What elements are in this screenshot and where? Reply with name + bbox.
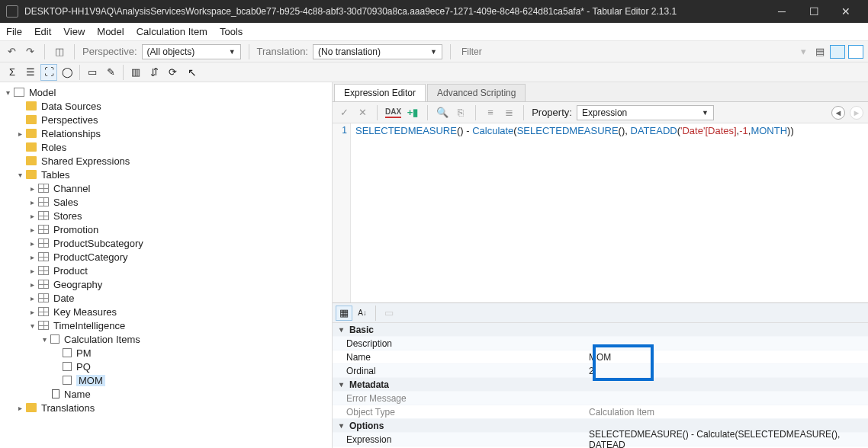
cube-icon[interactable]: ◫ <box>53 45 66 59</box>
tree-sales[interactable]: Sales <box>53 197 79 208</box>
table-icon <box>38 184 49 193</box>
tree-calcitems[interactable]: Calculation Items <box>64 334 140 345</box>
right-pane: Expression Editor Advanced Scripting ✓ ✕… <box>333 82 868 448</box>
property-value: Expression <box>582 107 627 118</box>
outdent-icon[interactable]: ≣ <box>502 106 516 120</box>
prop-name-value[interactable]: MOM <box>584 352 868 363</box>
tree-shared[interactable]: Shared Expressions <box>41 155 130 167</box>
tree-pm[interactable]: PM <box>76 347 92 359</box>
tree-prodsub[interactable]: ProductSubcategory <box>53 238 143 249</box>
property-combo[interactable]: Expression ▼ <box>577 105 714 120</box>
sigma-icon[interactable]: Σ <box>4 64 21 81</box>
cloud-icon[interactable]: ◯ <box>59 64 76 81</box>
search-icon[interactable]: 🔍 <box>436 106 449 120</box>
dax-format-icon[interactable]: DAX <box>385 107 401 118</box>
filter-input[interactable] <box>458 45 792 59</box>
tree-prodcat[interactable]: ProductCategory <box>53 251 128 263</box>
tree-perspectives[interactable]: Perspectives <box>41 114 98 126</box>
tree-geography[interactable]: Geography <box>53 279 102 290</box>
tree-roles[interactable]: Roles <box>41 142 66 153</box>
tab-expression-editor[interactable]: Expression Editor <box>334 84 426 101</box>
tree-pq[interactable]: PQ <box>76 361 91 373</box>
table-icon <box>38 197 49 206</box>
column-icon <box>52 389 59 398</box>
columns-icon[interactable]: ▥ <box>127 64 144 81</box>
tree-channel[interactable]: Channel <box>53 183 90 194</box>
folder-icon <box>26 115 37 124</box>
edit-icon[interactable]: ✎ <box>102 64 119 81</box>
code-content[interactable]: SELECTEDMEASURE() - Calculate(SELECTEDME… <box>351 123 799 302</box>
translation-value: (No translation) <box>318 46 381 57</box>
menu-edit[interactable]: Edit <box>34 26 51 37</box>
translation-combo[interactable]: (No translation) ▼ <box>313 44 442 59</box>
tree-timeintelligence[interactable]: TimeIntelligence <box>53 320 125 331</box>
list-icon[interactable]: ☰ <box>22 64 39 81</box>
property-label: Property: <box>532 107 572 118</box>
table-icon <box>38 266 49 275</box>
property-grid-toolbar: ▦ A↓ ▭ <box>333 303 868 323</box>
perspective-combo[interactable]: (All objects) ▼ <box>142 44 241 59</box>
prop-cat-metadata[interactable]: Metadata <box>346 379 598 390</box>
separator <box>74 44 75 59</box>
maximize-button[interactable]: ☐ <box>798 0 830 23</box>
expression-editor[interactable]: 1 SELECTEDMEASURE() - Calculate(SELECTED… <box>333 123 868 303</box>
tree-keymeasures[interactable]: Key Measures <box>53 306 117 318</box>
tree-tables[interactable]: Tables <box>41 169 70 181</box>
indent-icon[interactable]: ≡ <box>484 106 497 120</box>
menu-calculation-item[interactable]: Calculation Item <box>137 26 207 37</box>
tree-date[interactable]: Date <box>53 293 74 304</box>
prop-ordinal-value[interactable]: 2 <box>584 366 868 376</box>
tree-mom[interactable]: MOM <box>76 375 105 386</box>
tree-product[interactable]: Product <box>53 265 88 277</box>
nav-back-icon[interactable]: ◄ <box>831 106 845 120</box>
folder-icon <box>26 129 37 138</box>
property-pages-icon[interactable]: ▭ <box>381 306 397 321</box>
close-button[interactable]: ✕ <box>830 0 862 23</box>
prop-cat-options[interactable]: Options <box>346 421 598 431</box>
tree-name-column[interactable]: Name <box>64 389 91 400</box>
tree-model[interactable]: Model <box>29 87 56 98</box>
prop-expression-value[interactable]: SELECTEDMEASURE() - Calculate(SELECTEDME… <box>584 429 868 449</box>
window-title: DESKTOP-HH1V9AQ\AnalysisServicesWorkspac… <box>24 6 766 17</box>
nav-forward-icon[interactable]: ► <box>850 106 863 120</box>
accept-icon[interactable]: ✓ <box>337 106 351 120</box>
replace-icon[interactable]: ⎘ <box>454 106 468 120</box>
view-mode-2[interactable] <box>848 45 863 59</box>
property-grid[interactable]: ▾Basic Description NameMOM Ordinal2 ▾Met… <box>333 323 868 448</box>
redo-icon[interactable]: ↷ <box>23 45 37 59</box>
hierarchy-icon[interactable]: ⛶ <box>40 64 57 81</box>
separator <box>475 105 476 120</box>
categorized-icon[interactable]: ▦ <box>336 306 352 321</box>
minimize-button[interactable]: ─ <box>766 0 798 23</box>
add-icon[interactable]: +▮ <box>406 106 420 120</box>
folder-icon <box>26 156 37 165</box>
prop-cat-basic[interactable]: Basic <box>346 325 598 335</box>
menu-tools[interactable]: Tools <box>220 26 243 37</box>
tree-translations[interactable]: Translations <box>41 402 95 414</box>
filter-funnel-icon[interactable]: ▾ <box>796 45 810 59</box>
sort-icon[interactable]: ⇵ <box>146 64 162 81</box>
prop-errormsg: Error Message <box>333 393 584 404</box>
tree-stores[interactable]: Stores <box>53 210 82 222</box>
model-icon <box>14 88 24 97</box>
separator <box>79 65 80 80</box>
model-tree[interactable]: ▾Model Data Sources Perspectives ▸Relati… <box>0 82 333 448</box>
title-bar: DESKTOP-HH1V9AQ\AnalysisServicesWorkspac… <box>0 0 868 23</box>
menu-view[interactable]: View <box>63 26 85 37</box>
tree-relationships[interactable]: Relationships <box>41 128 101 139</box>
tree-datasources[interactable]: Data Sources <box>41 101 101 112</box>
undo-icon[interactable]: ↶ <box>5 45 18 59</box>
table-icon <box>38 252 49 261</box>
tab-advanced-scripting[interactable]: Advanced Scripting <box>427 84 526 101</box>
app-icon <box>6 5 18 18</box>
refresh-icon[interactable]: ⟳ <box>164 64 181 81</box>
layout-icon[interactable]: ▤ <box>813 45 827 59</box>
table-icon <box>38 280 49 289</box>
folder-icon[interactable]: ▭ <box>84 64 101 81</box>
view-mode-1[interactable] <box>830 45 845 59</box>
alphabetical-icon[interactable]: A↓ <box>354 306 371 321</box>
tree-promotion[interactable]: Promotion <box>53 224 98 235</box>
cancel-icon[interactable]: ✕ <box>355 106 369 120</box>
menu-model[interactable]: Model <box>97 26 124 37</box>
menu-file[interactable]: File <box>6 26 22 37</box>
